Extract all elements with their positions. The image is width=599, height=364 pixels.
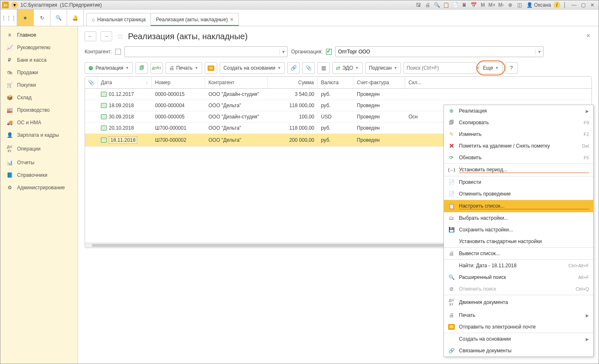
menu-item-advanced-search[interactable]: 🔍Расширенный поискAlt+F bbox=[444, 271, 593, 283]
col-contractor[interactable]: Контрагент bbox=[205, 77, 268, 88]
sidebar-item-sales[interactable]: 🛍Продажи bbox=[0, 66, 78, 79]
guide-button[interactable]: ▥ bbox=[317, 62, 330, 74]
contractor-filter-checkbox[interactable] bbox=[115, 49, 121, 55]
col-date[interactable]: Дата↓ bbox=[98, 77, 152, 88]
tab-close-icon[interactable]: × bbox=[231, 17, 233, 23]
list-settings-icon: 📋 bbox=[448, 203, 455, 209]
panels-icon[interactable]: ◫ bbox=[516, 1, 523, 9]
sidebar-item-main[interactable]: ≡Главное bbox=[0, 29, 78, 41]
contractor-combo[interactable]: ▾ bbox=[124, 46, 288, 57]
create-based-on-button[interactable]: Создать на основании▼ bbox=[220, 62, 285, 74]
close-window-button[interactable]: ✕ bbox=[589, 1, 596, 9]
more-button[interactable]: Еще▼ bbox=[479, 62, 502, 74]
memory-mminus-button[interactable]: М- bbox=[497, 1, 505, 9]
organization-combo[interactable]: ОптТорг ООО▾ bbox=[335, 46, 544, 57]
sidebar-item-salary[interactable]: 👤Зарплата и кадры bbox=[0, 129, 78, 141]
col-sum[interactable]: Сумма bbox=[268, 77, 318, 88]
sidebar-item-assets[interactable]: 🚚ОС и НМА bbox=[0, 116, 78, 129]
menu-item-choose-settings[interactable]: 🗂Выбрать настройки... bbox=[444, 212, 593, 224]
user-label[interactable]: 👤 Оксана bbox=[526, 2, 551, 8]
menu-item-post[interactable]: 📄Провести bbox=[444, 176, 593, 188]
menu-item-realization[interactable]: ⊕Реализация▶ bbox=[444, 105, 593, 117]
calendar-icon[interactable]: 📅 bbox=[470, 1, 477, 9]
info-icon[interactable]: i bbox=[554, 2, 560, 8]
clipboard-icon[interactable]: 📄 bbox=[451, 1, 459, 9]
favorites-icon[interactable]: ★ bbox=[17, 10, 34, 26]
linked-button[interactable]: 🔗 bbox=[287, 62, 300, 74]
save-icon[interactable]: 🖫 bbox=[415, 1, 422, 9]
cell-currency: руб. bbox=[318, 135, 353, 146]
col-storage[interactable]: Скл... bbox=[405, 77, 430, 88]
apps-grid-icon[interactable]: ⋮⋮⋮ bbox=[0, 10, 17, 26]
col-currency[interactable]: Валюта bbox=[318, 77, 353, 88]
create-realization-button[interactable]: ⊕Реализация▼ bbox=[85, 62, 133, 74]
menu-item-configure-list[interactable]: 📋Настроить список... bbox=[444, 200, 593, 212]
menu-item-linked-docs[interactable]: 🔗Связанные документы bbox=[444, 345, 593, 356]
menu-item-movements[interactable]: Дт/КтДвижения документа bbox=[444, 295, 593, 309]
menu-item-copy[interactable]: 🗐СкопироватьF9 bbox=[444, 117, 593, 128]
print-button[interactable]: 🖨Печать▼ bbox=[165, 62, 202, 74]
close-page-button[interactable]: × bbox=[586, 32, 590, 40]
col-attachment[interactable]: 📎 bbox=[85, 77, 98, 88]
sidebar-item-catalogs[interactable]: 📘Справочники bbox=[0, 169, 78, 181]
sidebar-item-manager[interactable]: 📈Руководителю bbox=[0, 41, 78, 54]
print-icon[interactable]: 🖨 bbox=[424, 1, 431, 9]
sidebar-item-production[interactable]: 🏭Производство bbox=[0, 104, 78, 116]
cell-storage bbox=[405, 92, 430, 97]
menu-item-unpost[interactable]: 📄Отменить проведение bbox=[444, 188, 593, 200]
memory-m-button[interactable]: М bbox=[479, 1, 486, 9]
attach-button[interactable]: 📎 bbox=[302, 62, 315, 74]
app-title: 1С:Бухгалтерия (1С:Предприятие) bbox=[20, 2, 102, 8]
search-field[interactable] bbox=[404, 65, 471, 71]
sidebar-item-bank[interactable]: ₽Банк и касса bbox=[0, 54, 78, 66]
dtkt-icon: Дт/Кт bbox=[6, 145, 13, 153]
menu-item-export-list[interactable]: 🖨Вывести список... bbox=[444, 248, 593, 259]
preview-icon[interactable]: 🔍 bbox=[433, 1, 441, 9]
minimize-button[interactable]: — bbox=[570, 1, 578, 9]
organization-filter-checkbox[interactable] bbox=[326, 49, 332, 55]
copy-button[interactable]: 🗐 bbox=[135, 62, 148, 74]
help-button[interactable]: ? bbox=[505, 62, 518, 74]
menu-item-mark-delete[interactable]: 🗙Пометить на удаление / Снять пометкуDel bbox=[444, 140, 593, 152]
signed-filter-button[interactable]: Подписан▼ bbox=[365, 62, 401, 74]
sidebar-item-warehouse[interactable]: 📦Склад bbox=[0, 91, 78, 104]
search-icon[interactable]: 🔍 bbox=[50, 10, 67, 26]
calculator-icon[interactable]: 🖩 bbox=[461, 1, 468, 9]
nav-back-button[interactable]: ← bbox=[85, 31, 96, 41]
memory-mplus-button[interactable]: М+ bbox=[488, 1, 496, 9]
nav-forward-button[interactable]: → bbox=[100, 31, 112, 41]
menu-item-find[interactable]: Найти: Дата - 18.11.2018Ctrl+Alt+F bbox=[444, 260, 593, 271]
col-number[interactable]: Номер bbox=[152, 77, 205, 88]
app-menu-dropdown[interactable]: ▾ bbox=[11, 2, 18, 8]
sidebar-item-admin[interactable]: ⚙Администрирование bbox=[0, 181, 78, 194]
email-button[interactable]: ✉ bbox=[205, 62, 217, 74]
sidebar-item-purchases[interactable]: 🛒Покупки bbox=[0, 79, 78, 91]
tab-home[interactable]: ⌂ Начальная страница bbox=[86, 13, 151, 26]
menu-item-save-settings[interactable]: 💾Сохранить настройки... bbox=[444, 224, 593, 236]
zoom-icon[interactable]: ⊕ bbox=[506, 1, 514, 9]
table-row[interactable]: 01.12.20170000-000015ООО "Дизайн-студия"… bbox=[85, 89, 591, 100]
sidebar-item-reports[interactable]: 📊Отчеты bbox=[0, 156, 78, 169]
notifications-icon[interactable]: 🔔 bbox=[67, 10, 84, 26]
tab-realization[interactable]: Реализация (акты, накладные) × bbox=[150, 13, 238, 26]
movements-button[interactable]: Дт/Кт bbox=[150, 62, 163, 74]
col-invoice[interactable]: Счет-фактура bbox=[353, 77, 405, 88]
plus-icon: ⊕ bbox=[448, 108, 455, 114]
compare-icon[interactable]: 📋 bbox=[442, 1, 450, 9]
menu-item-email[interactable]: ✉Отправить по электронной почте bbox=[444, 321, 593, 333]
search-input[interactable]: × bbox=[404, 62, 476, 74]
maximize-button[interactable]: ▢ bbox=[579, 1, 587, 9]
cell-sum: 100,00 bbox=[268, 111, 318, 122]
menu-item-set-period[interactable]: (↔)Установить период... bbox=[444, 164, 593, 176]
favorite-page-icon[interactable]: ☆ bbox=[116, 31, 124, 41]
document-icon bbox=[101, 126, 107, 131]
menu-item-standard-settings[interactable]: Установить стандартные настройки bbox=[444, 236, 593, 247]
sidebar-item-operations[interactable]: Дт/КтОперации bbox=[0, 141, 78, 156]
menu-item-refresh[interactable]: ⟳ОбновитьF5 bbox=[444, 152, 593, 163]
page-title: Реализация (акты, накладные) bbox=[128, 32, 248, 41]
history-icon[interactable]: ↻ bbox=[34, 10, 50, 26]
edo-button[interactable]: ⇄ЭДО▼ bbox=[332, 62, 363, 74]
menu-item-edit[interactable]: ✎ИзменитьF2 bbox=[444, 128, 593, 140]
menu-item-create-based-on[interactable]: Создать на основании▶ bbox=[444, 333, 593, 345]
menu-item-print[interactable]: 🖨Печать▶ bbox=[444, 309, 593, 321]
